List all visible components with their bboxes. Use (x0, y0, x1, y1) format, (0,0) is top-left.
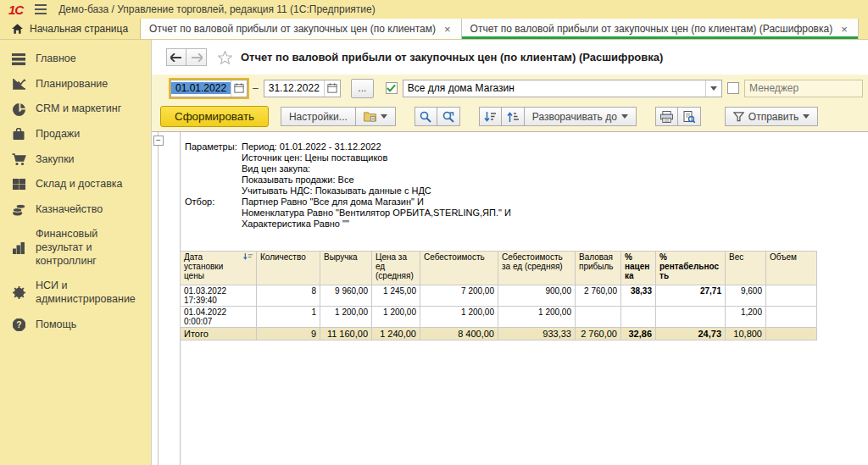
cell-date: 01.04.2022 0:00:07 (181, 307, 257, 328)
tab-bar: Начальная страница Отчет по валовой приб… (0, 19, 868, 40)
column-header[interactable]: Валовая прибыль (576, 252, 621, 285)
main-area: Отчет по валовой прибыли от закупочных ц… (151, 40, 868, 465)
column-header[interactable]: Себестоимость (420, 252, 498, 285)
collapse-group-icon[interactable]: − (153, 136, 164, 146)
report-variants-button[interactable] (356, 107, 396, 126)
sidebar-item-treasury[interactable]: Казначейство (0, 197, 151, 223)
filter-line: Номенклатура Равно "Вентилятор ОРБИТА,ST… (242, 208, 511, 219)
print-preview-button[interactable] (678, 107, 701, 126)
sidebar-item-main[interactable]: Главное (0, 47, 151, 72)
period-from-field[interactable]: 01.01.2022 (170, 80, 248, 97)
cell-date: 01.03.2022 17:39:40 (181, 285, 257, 307)
filter-row: 01.01.2022 – 31.12.2022 ... Все для дома… (152, 75, 868, 102)
planning-chart-icon (11, 78, 26, 91)
tab-report-detail[interactable]: Отчет по валовой прибыли от закупочных ц… (462, 19, 859, 39)
checkmark-icon (387, 84, 396, 92)
pie-chart-icon (11, 103, 26, 116)
tab-close-icon[interactable]: × (442, 23, 453, 36)
filter-line: Характеристика Равно "" (242, 219, 511, 230)
folder-icon (364, 111, 376, 122)
send-button[interactable]: Отправить (725, 107, 819, 126)
back-button[interactable] (166, 48, 186, 66)
table-row[interactable]: 01.04.2022 0:00:07 1 1 200,00 1 200,00 1… (181, 307, 817, 328)
filter-label: Отбор: (185, 197, 242, 230)
column-header[interactable]: Себестоимость за ед (средняя) (498, 252, 576, 285)
print-button[interactable] (655, 107, 678, 126)
arrow-right-icon (191, 53, 203, 62)
sidebar-item-finance[interactable]: Финансовый результат и контроллинг (0, 222, 151, 274)
report-body: − Параметры: Период: 01.01.2022 - 31.12.… (152, 131, 868, 465)
sidebar-item-help[interactable]: ? Помощь (0, 313, 151, 338)
menu-lines-icon (11, 53, 26, 65)
table-row[interactable]: 01.03.2022 17:39:40 8 9 960,00 1 245,00 … (181, 285, 817, 307)
expand-rows-button[interactable] (502, 107, 525, 126)
column-header[interactable]: % наценка (621, 252, 656, 285)
parameter-line: Учитывать НДС: Показывать данные с НДС (242, 185, 431, 197)
sidebar-item-warehouse[interactable]: Склад и доставка (0, 172, 151, 197)
preview-icon (683, 111, 695, 123)
tab-label: Отчет по валовой прибыли от закупочных ц… (470, 23, 833, 35)
column-header[interactable]: Цена за ед (средняя) (372, 252, 420, 285)
parameter-line: Показывать продажи: Все (242, 174, 431, 185)
sidebar-item-crm[interactable]: CRM и маркетинг (0, 97, 151, 122)
calendar-icon[interactable] (324, 80, 340, 97)
report-header-row: Отчет по валовой прибыли от закупочных ц… (152, 40, 868, 75)
tab-label: Отчет по валовой прибыли от закупочных ц… (149, 23, 436, 35)
parameters-label: Параметры: (185, 141, 242, 197)
home-icon (12, 24, 23, 34)
sidebar-item-admin[interactable]: НСИ и администрирование (0, 274, 151, 312)
sort-ascending-icon (507, 111, 519, 123)
manager-checkbox[interactable] (727, 82, 739, 94)
search-refresh-icon (442, 111, 454, 123)
column-header[interactable]: Выручка (320, 252, 372, 285)
report-left-border (158, 132, 159, 465)
column-header[interactable]: % рентабельность (656, 252, 726, 285)
column-header[interactable]: Вес (726, 252, 766, 285)
sidebar-item-sales[interactable]: Продажи (0, 122, 151, 147)
bag-icon (11, 128, 26, 141)
period-to-field[interactable]: 31.12.2022 (264, 80, 341, 97)
calendar-icon[interactable] (231, 80, 247, 97)
svg-text:?: ? (16, 320, 21, 329)
forward-button[interactable] (186, 48, 207, 66)
tab-close-icon[interactable]: × (839, 23, 849, 36)
parameter-line: Период: 01.01.2022 - 31.12.2022 (242, 141, 431, 152)
period-more-button[interactable]: ... (351, 79, 374, 98)
search-button[interactable] (415, 107, 437, 126)
bar-chart-icon (11, 242, 26, 254)
page-title: Отчет по валовой прибыли от закупочных ц… (241, 51, 663, 64)
gear-icon (11, 286, 26, 299)
sort-icon (243, 253, 253, 263)
report-table: Дата установки цены Количество Выручка Ц… (180, 251, 817, 340)
chevron-down-icon (621, 114, 628, 119)
collapse-rows-button[interactable] (479, 107, 502, 126)
help-icon: ? (11, 318, 26, 331)
column-header[interactable]: Дата установки цены (181, 252, 257, 285)
main-menu-icon[interactable] (35, 4, 47, 14)
manager-field[interactable] (744, 80, 863, 97)
1c-logo: 1С (8, 3, 23, 17)
chevron-down-icon (381, 114, 387, 119)
settings-button[interactable]: Настройки... (281, 107, 356, 126)
column-header[interactable]: Объем (766, 252, 817, 285)
search-icon (420, 111, 431, 123)
sidebar-item-planning[interactable]: Планирование (0, 72, 151, 97)
cell-total-label: Итого (181, 328, 257, 340)
generate-button[interactable]: Сформировать (160, 106, 269, 127)
parameter-line: Источник цен: Цены поставщиков (242, 152, 431, 163)
report-parameters: Параметры: Период: 01.01.2022 - 31.12.20… (185, 141, 511, 230)
tab-home[interactable]: Начальная страница (0, 19, 141, 39)
chevron-down-icon[interactable] (705, 80, 721, 97)
search-next-button[interactable] (437, 107, 460, 126)
partner-checkbox[interactable] (386, 82, 398, 94)
sidebar-item-purchases[interactable]: Закупки (0, 147, 151, 173)
favorite-star-icon[interactable] (218, 51, 232, 64)
window-title: Демо-база / Управление торговлей, редакц… (58, 3, 376, 15)
column-header[interactable]: Количество (257, 252, 320, 285)
sort-descending-icon (484, 111, 496, 123)
table-total-row[interactable]: Итого 9 11 160,00 1 240,00 8 400,00 933,… (181, 328, 817, 340)
expand-to-button[interactable]: Разворачивать до (525, 107, 637, 126)
tab-report[interactable]: Отчет по валовой прибыли от закупочных ц… (141, 19, 461, 39)
partner-combobox[interactable]: Все для дома Магазин (403, 80, 722, 97)
sidebar: Главное Планирование CRM и маркетинг Про… (0, 40, 151, 465)
